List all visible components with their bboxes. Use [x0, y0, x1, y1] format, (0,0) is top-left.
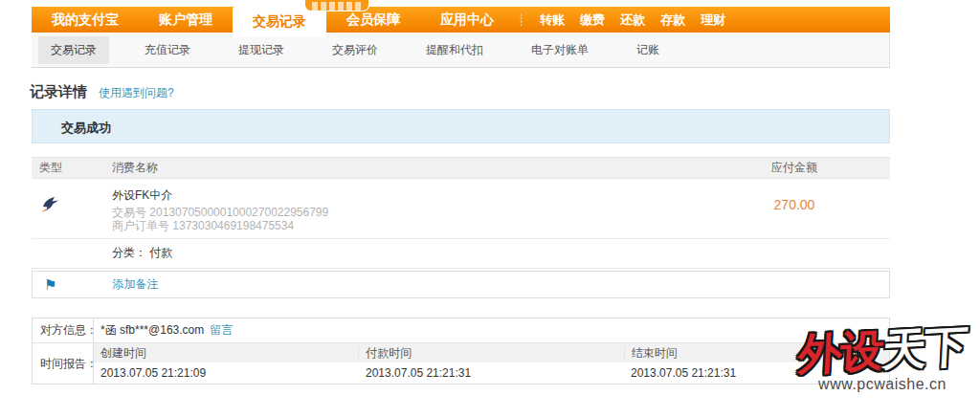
subnav-withdraw-records[interactable]: 提现记录: [226, 36, 297, 64]
quick-link-repay[interactable]: 还款: [612, 11, 653, 29]
help-link[interactable]: 使用遇到问题?: [99, 85, 174, 101]
nav-quick-links: ┊ 转账 缴费 还款 存款 理财: [514, 7, 733, 33]
trade-table: 类型 消费名称 应付金额 外设FK中介 交易号 2013070500001000…: [32, 157, 890, 289]
title-row: 记录详情 使用遇到问题?: [30, 83, 174, 101]
trade-number: 交易号 2013070500001000270022956799: [112, 206, 699, 219]
message-link[interactable]: 留言: [210, 322, 233, 339]
nav-tab-app-center[interactable]: 应用中心: [420, 7, 514, 33]
quick-link-transfer[interactable]: 转账: [532, 11, 572, 29]
quick-link-finance[interactable]: 理财: [693, 11, 733, 29]
nav-tab-account[interactable]: 账户管理: [139, 7, 233, 33]
status-text: 交易成功: [33, 110, 889, 137]
status-banner: 交易成功: [32, 109, 890, 143]
trade-info: 外设FK中介 交易号 2013070500001000270022956799 …: [112, 187, 699, 232]
top-navbar: 我的支付宝 账户管理 交易记录 会员保障 应用中心 ┊ 转账 缴费 还款 存款 …: [32, 7, 890, 33]
subnav-transaction-records[interactable]: 交易记录: [38, 36, 109, 64]
category-row: 分类： 付款: [32, 238, 890, 269]
quick-link-pay-bills[interactable]: 缴费: [572, 11, 612, 29]
header-name: 消费名称: [112, 160, 699, 176]
table-row: 外设FK中介 交易号 2013070500001000270022956799 …: [32, 179, 890, 238]
time-report-label: 时间报告：: [33, 343, 94, 384]
counterparty-value-cell: *函 sfb***@163.com 留言: [94, 318, 889, 342]
time-values-row: 2013.07.05 21:21:09 2013.07.05 21:21:31 …: [94, 362, 889, 384]
header-amount: 应付金额: [699, 160, 890, 176]
add-note-box[interactable]: ⚑ 添加备注: [32, 271, 890, 298]
time-header-created: 创建时间: [94, 345, 358, 362]
counterparty-value: *函 sfb***@163.com: [100, 322, 204, 339]
nav-separator: ┊: [518, 13, 524, 27]
time-header-paid: 付款时间: [358, 345, 623, 362]
subnav-reminders-debit[interactable]: 提醒和代扣: [413, 36, 496, 64]
quick-link-deposit[interactable]: 存款: [653, 11, 693, 29]
sub-navbar: 交易记录 充值记录 提现记录 交易评价 提醒和代扣 电子对账单 记账: [32, 33, 890, 68]
time-header-row: 创建时间 付款时间 结束时间: [94, 343, 889, 362]
time-value-paid: 2013.07.05 21:21:31: [359, 366, 624, 380]
subnav-recharge-records[interactable]: 充值记录: [132, 36, 203, 64]
watermark-part2: 天下: [881, 320, 969, 375]
header-type: 类型: [32, 160, 112, 176]
amount-value: 270.00: [699, 187, 890, 232]
trade-name: 外设FK中介: [112, 187, 699, 204]
time-header-finished: 结束时间: [624, 345, 889, 362]
trade-table-header: 类型 消费名称 应付金额: [32, 157, 890, 179]
time-grid: 创建时间 付款时间 结束时间 2013.07.05 21:21:09 2013.…: [94, 343, 889, 384]
subnav-trade-reviews[interactable]: 交易评价: [320, 36, 390, 64]
transaction-detail-page: 我的支付宝 账户管理 交易记录 会员保障 应用中心 ┊ 转账 缴费 还款 存款 …: [0, 0, 980, 417]
subnav-bookkeeping[interactable]: 记账: [624, 36, 672, 64]
time-value-created: 2013.07.05 21:21:09: [94, 366, 359, 380]
promo-bubble: [304, 0, 369, 11]
merchant-order-number: 商户订单号 1373030469198475534: [112, 219, 699, 232]
page-title: 记录详情: [30, 83, 87, 101]
subnav-e-statement[interactable]: 电子对账单: [519, 36, 601, 64]
nav-tab-my-alipay[interactable]: 我的支付宝: [32, 7, 139, 33]
info-table: 对方信息： *函 sfb***@163.com 留言 时间报告： 创建时间 付款…: [32, 318, 890, 384]
flag-icon: ⚑: [44, 277, 56, 292]
counterparty-label: 对方信息：: [33, 318, 94, 342]
time-report-row: 时间报告： 创建时间 付款时间 结束时间 2013.07.05 21:21:09…: [33, 343, 889, 384]
category-text: 分类： 付款: [112, 239, 172, 268]
counterparty-row: 对方信息： *函 sfb***@163.com 留言: [33, 318, 889, 343]
add-note-link[interactable]: 添加备注: [112, 276, 158, 293]
time-value-finished: 2013.07.05 21:21:31: [624, 366, 889, 380]
swallow-icon: [32, 187, 112, 232]
